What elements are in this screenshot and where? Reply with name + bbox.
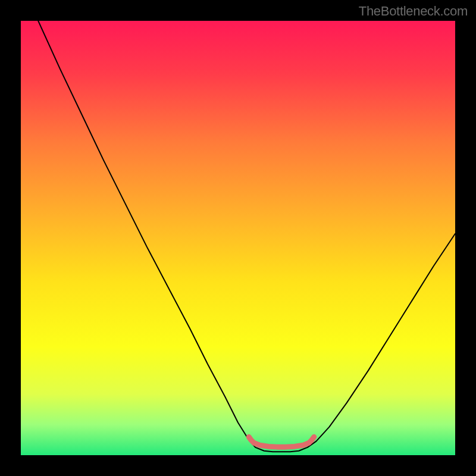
chart-background bbox=[21, 21, 455, 455]
watermark-text: TheBottleneck.com bbox=[359, 4, 468, 19]
bottleneck-chart bbox=[21, 21, 455, 455]
chart-container bbox=[21, 21, 455, 455]
